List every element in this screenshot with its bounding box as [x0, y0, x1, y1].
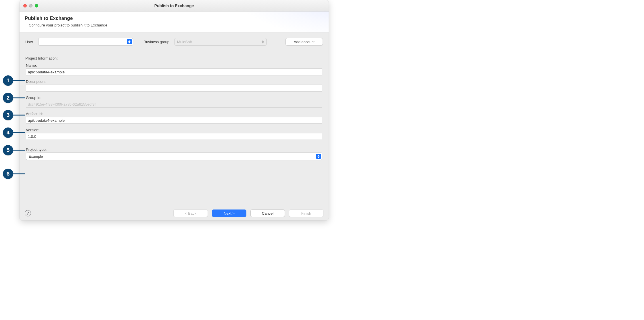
- minimize-window-button[interactable]: [29, 4, 32, 7]
- cancel-label: Cancel: [262, 211, 273, 216]
- callout-5: 5: [3, 145, 13, 155]
- business-group-select: MuleSoft: [175, 38, 267, 45]
- callout-6: 6: [3, 169, 13, 179]
- callout-1: 1: [3, 75, 13, 86]
- project-info-label: Project Information:: [25, 56, 323, 60]
- artifact-id-field-wrap: Artifact Id:: [26, 112, 322, 124]
- page-subtitle: Configure your project to publish it to …: [25, 23, 323, 27]
- next-label: Next >: [224, 211, 235, 216]
- project-type-field-wrap: Project type: Example: [26, 147, 322, 160]
- user-row: User Business group MuleSoft Add account: [25, 38, 323, 51]
- group-id-label: Group Id:: [26, 96, 322, 100]
- version-input[interactable]: [26, 133, 322, 140]
- version-field-wrap: Version:: [26, 128, 322, 140]
- finish-label: Finish: [301, 211, 311, 216]
- titlebar: Publish to Exchange: [20, 0, 329, 12]
- cancel-button[interactable]: Cancel: [250, 209, 285, 217]
- fields: Name: Description: Group Id: Artifact Id…: [25, 63, 323, 164]
- callout-2: 2: [3, 93, 13, 103]
- project-type-label: Project type:: [26, 147, 322, 152]
- artifact-id-input[interactable]: [26, 117, 322, 124]
- footer: ? < Back Next > Cancel Finish: [20, 206, 329, 220]
- help-icon[interactable]: ?: [25, 210, 31, 216]
- group-id-field-wrap: Group Id:: [26, 96, 322, 108]
- version-label: Version:: [26, 128, 322, 132]
- traffic-lights: [20, 4, 38, 7]
- close-window-button[interactable]: [23, 4, 27, 7]
- project-type-value: Example: [28, 154, 43, 159]
- zoom-window-button[interactable]: [35, 4, 38, 7]
- dialog-window: Publish to Exchange Publish to Exchange …: [20, 0, 329, 220]
- help-glyph: ?: [27, 211, 29, 216]
- description-label: Description:: [26, 79, 322, 84]
- business-group-label: Business group: [143, 40, 169, 44]
- updown-icon: [127, 39, 132, 44]
- finish-button: Finish: [289, 209, 323, 217]
- callout-3: 3: [3, 110, 13, 120]
- header-panel: Publish to Exchange Configure your proje…: [20, 12, 329, 33]
- content-area: User Business group MuleSoft Add account: [20, 33, 329, 206]
- name-input[interactable]: [26, 68, 322, 75]
- next-button[interactable]: Next >: [212, 209, 246, 217]
- group-id-input: [26, 101, 322, 108]
- business-group-value: MuleSoft: [177, 40, 192, 44]
- user-select[interactable]: [38, 38, 133, 45]
- name-field-wrap: Name:: [26, 63, 322, 75]
- add-account-button[interactable]: Add account: [285, 38, 323, 45]
- description-input[interactable]: [26, 85, 322, 92]
- back-label: < Back: [185, 211, 196, 216]
- description-field-wrap: Description:: [26, 79, 322, 92]
- updown-icon: [316, 154, 321, 159]
- page-title: Publish to Exchange: [25, 16, 323, 21]
- window-title: Publish to Exchange: [20, 3, 329, 8]
- name-label: Name:: [26, 63, 322, 68]
- user-label: User: [25, 40, 33, 44]
- project-type-select[interactable]: Example: [26, 153, 322, 160]
- callout-4: 4: [3, 127, 13, 138]
- artifact-id-label: Artifact Id:: [26, 112, 322, 116]
- add-account-label: Add account: [294, 40, 315, 44]
- back-button: < Back: [173, 209, 208, 217]
- updown-icon: [260, 39, 265, 44]
